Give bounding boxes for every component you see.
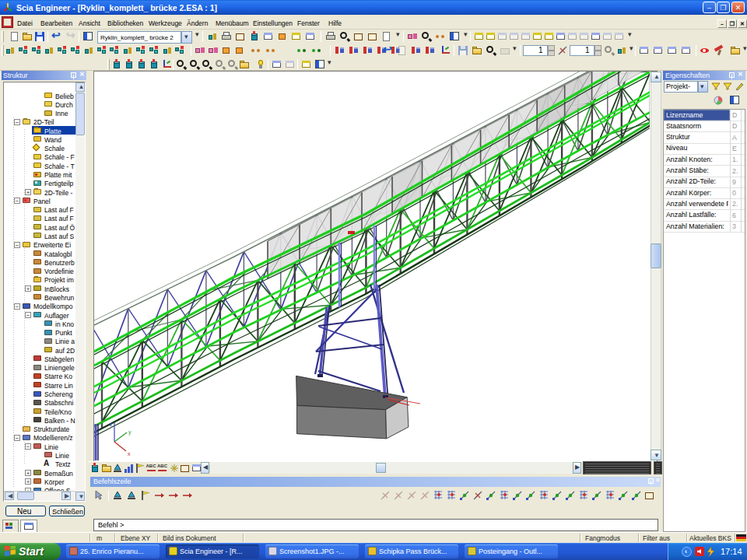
svg-text:z: z (110, 422, 113, 427)
svg-text:y: y (128, 429, 132, 436)
svg-text:x: x (128, 451, 131, 457)
